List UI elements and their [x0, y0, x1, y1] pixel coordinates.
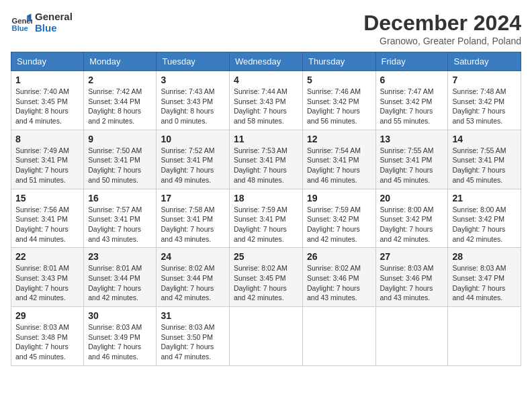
calendar-cell: 24Sunrise: 8:02 AMSunset: 3:44 PMDayligh…: [157, 248, 229, 307]
day-number: 19: [307, 193, 371, 203]
day-info: Sunrise: 8:00 AMSunset: 3:42 PMDaylight:…: [452, 205, 517, 244]
calendar-cell: 10Sunrise: 7:52 AMSunset: 3:41 PMDayligh…: [157, 130, 229, 189]
day-number: 23: [88, 251, 152, 262]
calendar-cell: 26Sunrise: 8:02 AMSunset: 3:46 PMDayligh…: [302, 248, 375, 307]
header-day-sunday: Sunday: [11, 52, 84, 71]
calendar-cell: 3Sunrise: 7:43 AMSunset: 3:43 PMDaylight…: [157, 71, 229, 130]
day-info: Sunrise: 8:03 AMSunset: 3:50 PMDaylight:…: [161, 322, 224, 362]
day-info: Sunrise: 7:50 AMSunset: 3:41 PMDaylight:…: [88, 146, 152, 185]
calendar-cell: 2Sunrise: 7:42 AMSunset: 3:44 PMDaylight…: [84, 71, 157, 130]
calendar-cell: 19Sunrise: 7:59 AMSunset: 3:42 PMDayligh…: [302, 189, 375, 248]
day-info: Sunrise: 7:54 AMSunset: 3:41 PMDaylight:…: [307, 146, 371, 185]
day-info: Sunrise: 7:47 AMSunset: 3:42 PMDaylight:…: [380, 87, 444, 126]
logo-name-line2: Blue: [35, 22, 73, 34]
day-info: Sunrise: 7:57 AMSunset: 3:41 PMDaylight:…: [88, 205, 152, 244]
calendar-cell: 29Sunrise: 8:03 AMSunset: 3:48 PMDayligh…: [11, 307, 84, 366]
day-info: Sunrise: 8:03 AMSunset: 3:49 PMDaylight:…: [88, 322, 152, 362]
day-info: Sunrise: 8:01 AMSunset: 3:44 PMDaylight:…: [88, 263, 152, 303]
day-number: 18: [234, 193, 298, 203]
day-number: 22: [15, 251, 79, 262]
day-info: Sunrise: 7:58 AMSunset: 3:41 PMDaylight:…: [161, 205, 224, 244]
day-number: 31: [161, 310, 224, 321]
day-number: 6: [380, 75, 444, 85]
calendar-cell: [229, 307, 302, 366]
calendar-cell: 25Sunrise: 8:02 AMSunset: 3:45 PMDayligh…: [229, 248, 302, 307]
header: General Blue General Blue December 2024 …: [11, 11, 521, 46]
header-day-tuesday: Tuesday: [157, 52, 229, 71]
calendar-cell: 23Sunrise: 8:01 AMSunset: 3:44 PMDayligh…: [84, 248, 157, 307]
calendar-cell: 9Sunrise: 7:50 AMSunset: 3:41 PMDaylight…: [84, 130, 157, 189]
day-number: 14: [452, 134, 517, 144]
location-subtitle: Granowo, Greater Poland, Poland: [363, 36, 521, 46]
day-info: Sunrise: 7:44 AMSunset: 3:43 PMDaylight:…: [234, 87, 298, 126]
day-info: Sunrise: 7:59 AMSunset: 3:41 PMDaylight:…: [234, 205, 298, 244]
calendar-cell: 11Sunrise: 7:53 AMSunset: 3:41 PMDayligh…: [229, 130, 302, 189]
day-info: Sunrise: 7:56 AMSunset: 3:41 PMDaylight:…: [15, 205, 79, 244]
day-number: 3: [161, 75, 224, 85]
calendar-cell: 18Sunrise: 7:59 AMSunset: 3:41 PMDayligh…: [229, 189, 302, 248]
calendar-cell: 17Sunrise: 7:58 AMSunset: 3:41 PMDayligh…: [157, 189, 229, 248]
day-info: Sunrise: 8:00 AMSunset: 3:42 PMDaylight:…: [380, 205, 444, 244]
day-number: 12: [307, 134, 371, 144]
calendar-cell: 20Sunrise: 8:00 AMSunset: 3:42 PMDayligh…: [375, 189, 448, 248]
day-info: Sunrise: 7:55 AMSunset: 3:41 PMDaylight:…: [452, 146, 517, 185]
day-info: Sunrise: 7:49 AMSunset: 3:41 PMDaylight:…: [15, 146, 79, 185]
calendar-cell: 21Sunrise: 8:00 AMSunset: 3:42 PMDayligh…: [448, 189, 521, 248]
day-info: Sunrise: 8:02 AMSunset: 3:46 PMDaylight:…: [307, 263, 371, 303]
title-area: December 2024 Granowo, Greater Poland, P…: [363, 11, 521, 46]
calendar-cell: 22Sunrise: 8:01 AMSunset: 3:43 PMDayligh…: [11, 248, 84, 307]
calendar-cell: 28Sunrise: 8:03 AMSunset: 3:47 PMDayligh…: [448, 248, 521, 307]
day-info: Sunrise: 8:03 AMSunset: 3:47 PMDaylight:…: [452, 263, 517, 303]
day-number: 9: [88, 134, 152, 144]
day-number: 28: [452, 251, 517, 262]
logo-name-line1: General: [35, 11, 73, 22]
day-info: Sunrise: 7:53 AMSunset: 3:41 PMDaylight:…: [234, 146, 298, 185]
calendar-cell: 27Sunrise: 8:03 AMSunset: 3:46 PMDayligh…: [375, 248, 448, 307]
day-number: 20: [380, 193, 444, 203]
calendar-cell: 16Sunrise: 7:57 AMSunset: 3:41 PMDayligh…: [84, 189, 157, 248]
logo-icon: General Blue: [11, 11, 32, 33]
day-info: Sunrise: 7:48 AMSunset: 3:42 PMDaylight:…: [452, 87, 517, 126]
day-info: Sunrise: 8:03 AMSunset: 3:46 PMDaylight:…: [380, 263, 444, 303]
calendar-week-row: 15Sunrise: 7:56 AMSunset: 3:41 PMDayligh…: [11, 189, 521, 248]
calendar-cell: 31Sunrise: 8:03 AMSunset: 3:50 PMDayligh…: [157, 307, 229, 366]
header-day-thursday: Thursday: [302, 52, 375, 71]
day-number: 8: [15, 134, 79, 144]
day-number: 7: [452, 75, 517, 85]
header-day-wednesday: Wednesday: [229, 52, 302, 71]
day-number: 21: [452, 193, 517, 203]
day-info: Sunrise: 8:01 AMSunset: 3:43 PMDaylight:…: [15, 263, 79, 303]
day-number: 29: [15, 310, 79, 321]
calendar-cell: 1Sunrise: 7:40 AMSunset: 3:45 PMDaylight…: [11, 71, 84, 130]
day-number: 4: [234, 75, 298, 85]
day-number: 11: [234, 134, 298, 144]
calendar-table: SundayMondayTuesdayWednesdayThursdayFrid…: [11, 52, 521, 366]
calendar-cell: [375, 307, 448, 366]
calendar-cell: [448, 307, 521, 366]
day-info: Sunrise: 7:42 AMSunset: 3:44 PMDaylight:…: [88, 87, 152, 126]
day-number: 16: [88, 193, 152, 203]
calendar-cell: 15Sunrise: 7:56 AMSunset: 3:41 PMDayligh…: [11, 189, 84, 248]
day-number: 30: [88, 310, 152, 321]
calendar-cell: 7Sunrise: 7:48 AMSunset: 3:42 PMDaylight…: [448, 71, 521, 130]
day-number: 1: [15, 75, 79, 85]
calendar-header-row: SundayMondayTuesdayWednesdayThursdayFrid…: [11, 52, 521, 71]
day-number: 26: [307, 251, 371, 262]
day-info: Sunrise: 8:02 AMSunset: 3:44 PMDaylight:…: [161, 263, 224, 303]
calendar-cell: 30Sunrise: 8:03 AMSunset: 3:49 PMDayligh…: [84, 307, 157, 366]
calendar-cell: 4Sunrise: 7:44 AMSunset: 3:43 PMDaylight…: [229, 71, 302, 130]
day-number: 25: [234, 251, 298, 262]
day-number: 13: [380, 134, 444, 144]
calendar-cell: 12Sunrise: 7:54 AMSunset: 3:41 PMDayligh…: [302, 130, 375, 189]
day-number: 10: [161, 134, 224, 144]
calendar-cell: 5Sunrise: 7:46 AMSunset: 3:42 PMDaylight…: [302, 71, 375, 130]
day-number: 15: [15, 193, 79, 203]
day-info: Sunrise: 7:40 AMSunset: 3:45 PMDaylight:…: [15, 87, 79, 126]
logo: General Blue General Blue: [11, 11, 73, 34]
month-title: December 2024: [363, 11, 521, 36]
day-info: Sunrise: 8:03 AMSunset: 3:48 PMDaylight:…: [15, 322, 79, 362]
calendar-week-row: 29Sunrise: 8:03 AMSunset: 3:48 PMDayligh…: [11, 307, 521, 366]
calendar-cell: 8Sunrise: 7:49 AMSunset: 3:41 PMDaylight…: [11, 130, 84, 189]
calendar-week-row: 1Sunrise: 7:40 AMSunset: 3:45 PMDaylight…: [11, 71, 521, 130]
calendar-week-row: 8Sunrise: 7:49 AMSunset: 3:41 PMDaylight…: [11, 130, 521, 189]
